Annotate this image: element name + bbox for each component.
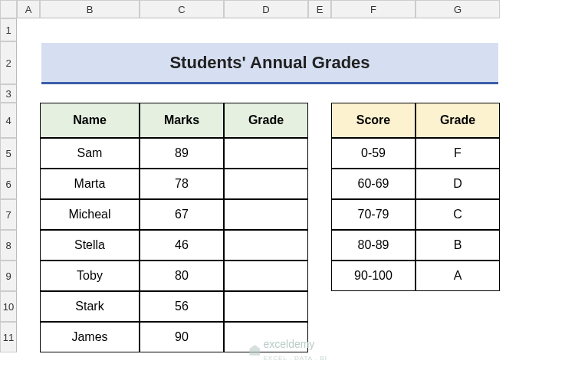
- col-header-E[interactable]: E: [308, 0, 331, 18]
- cell-marks[interactable]: 80: [140, 261, 224, 291]
- cell-name[interactable]: Sam: [40, 138, 140, 169]
- key-header-grade[interactable]: Grade: [416, 103, 500, 138]
- cell-grade[interactable]: [224, 291, 308, 322]
- main-header-name[interactable]: Name: [40, 103, 140, 138]
- cell-score[interactable]: 90-100: [331, 261, 416, 291]
- row-header-4[interactable]: 4: [0, 103, 17, 138]
- row-header-8[interactable]: 8: [0, 230, 17, 261]
- row-header-3[interactable]: 3: [0, 84, 17, 103]
- cell-grade[interactable]: [224, 199, 308, 230]
- row-header-11[interactable]: 11: [0, 322, 17, 352]
- col-header-D[interactable]: D: [224, 0, 308, 18]
- cell-marks[interactable]: 67: [140, 199, 224, 230]
- cell-name[interactable]: Toby: [40, 261, 140, 291]
- page-title: Students' Annual Grades: [41, 43, 498, 84]
- cell-grade[interactable]: [224, 138, 308, 169]
- cell-score[interactable]: 0-59: [331, 138, 416, 169]
- row-header-7[interactable]: 7: [0, 199, 17, 230]
- cell-name[interactable]: Stark: [40, 291, 140, 322]
- col-header-A[interactable]: A: [17, 0, 40, 18]
- cell-name[interactable]: James: [40, 322, 140, 352]
- col-header-B[interactable]: B: [40, 0, 140, 18]
- cell-kgrade[interactable]: D: [416, 169, 500, 199]
- col-header-G[interactable]: G: [416, 0, 500, 18]
- main-header-marks[interactable]: Marks: [140, 103, 224, 138]
- cell-grade[interactable]: [224, 322, 308, 352]
- cell-grade[interactable]: [224, 169, 308, 199]
- col-header-F[interactable]: F: [331, 0, 416, 18]
- cell-marks[interactable]: 90: [140, 322, 224, 352]
- row-header-10[interactable]: 10: [0, 291, 17, 322]
- key-header-score[interactable]: Score: [331, 103, 416, 138]
- col-header-C[interactable]: C: [140, 0, 224, 18]
- select-all-corner[interactable]: [0, 0, 17, 18]
- cell-marks[interactable]: 56: [140, 291, 224, 322]
- cell-score[interactable]: 80-89: [331, 230, 416, 261]
- cell-grade[interactable]: [224, 261, 308, 291]
- row-header-6[interactable]: 6: [0, 169, 17, 199]
- cell-grade[interactable]: [224, 230, 308, 261]
- watermark-tag: EXCEL . DATA . BI: [263, 355, 327, 362]
- cell-marks[interactable]: 46: [140, 230, 224, 261]
- cell-kgrade[interactable]: F: [416, 138, 500, 169]
- cell-kgrade[interactable]: A: [416, 261, 500, 291]
- row-header-2[interactable]: 2: [0, 41, 17, 84]
- cell-name[interactable]: Marta: [40, 169, 140, 199]
- row-header-9[interactable]: 9: [0, 261, 17, 291]
- row-header-1[interactable]: 1: [0, 18, 17, 41]
- cell-marks[interactable]: 89: [140, 138, 224, 169]
- cell-name[interactable]: Stella: [40, 230, 140, 261]
- row-header-5[interactable]: 5: [0, 138, 17, 169]
- cell-kgrade[interactable]: C: [416, 199, 500, 230]
- cell-score[interactable]: 70-79: [331, 199, 416, 230]
- cell-kgrade[interactable]: B: [416, 230, 500, 261]
- cell-marks[interactable]: 78: [140, 169, 224, 199]
- cell-name[interactable]: Micheal: [40, 199, 140, 230]
- spreadsheet-grid: A B C D E F G 1 2 3 4 5 6 7 8 9 10 11 St…: [0, 0, 588, 352]
- cell-score[interactable]: 60-69: [331, 169, 416, 199]
- main-header-grade[interactable]: Grade: [224, 103, 308, 138]
